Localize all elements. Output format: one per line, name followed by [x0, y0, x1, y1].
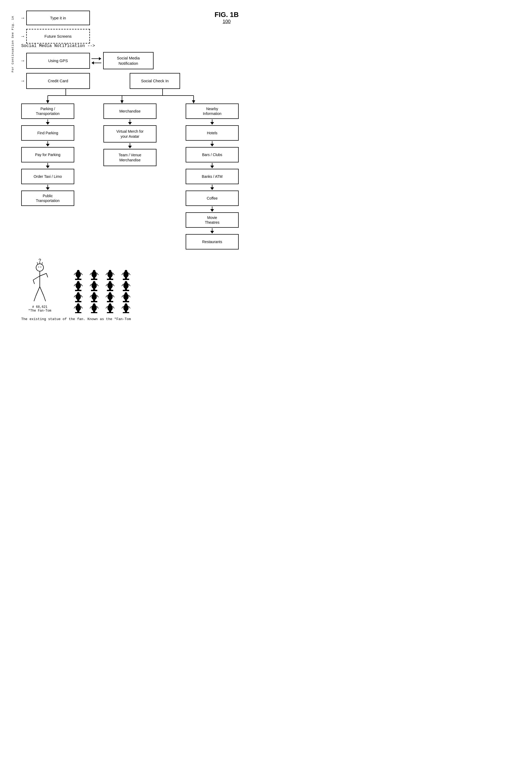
- svg-line-23: [40, 286, 44, 296]
- hotels-box: Hotels: [186, 125, 239, 141]
- arrow-1: →: [21, 15, 24, 21]
- type-it-in-row: → Type it in: [21, 11, 239, 25]
- arrow-2: →: [21, 34, 24, 39]
- type-it-in-box: Type it in: [26, 11, 90, 25]
- arrow-banks-coffee: [210, 185, 214, 190]
- social-check-in-box: Social Check In: [130, 73, 180, 89]
- svg-line-20: [46, 273, 48, 277]
- branch-connector-svg: [21, 89, 236, 103]
- arrow-3: →: [21, 58, 24, 63]
- using-gps-box: Using GPS: [26, 53, 90, 69]
- svg-line-24: [44, 296, 45, 301]
- svg-point-27: [69, 261, 72, 268]
- arrow-find-pay: [46, 141, 49, 147]
- fan-number-label: # 68,621: [32, 305, 47, 309]
- arrow-coffee-movie: [210, 206, 214, 212]
- find-parking-box: Find Parking: [21, 125, 74, 141]
- arrow-virtual-team: [128, 143, 132, 148]
- svg-rect-26: [69, 267, 70, 269]
- merchandise-box: Merchandise: [103, 103, 156, 119]
- svg-point-28: [69, 260, 70, 263]
- svg-rect-25: [69, 269, 72, 270]
- parking-column: Parking / Transportation Find Parking Pa…: [21, 103, 74, 206]
- arrow-nearby-hotels: [210, 119, 214, 125]
- parking-transportation-box: Parking / Transportation: [21, 103, 74, 119]
- svg-marker-4: [46, 100, 49, 103]
- svg-line-21: [36, 286, 40, 296]
- team-venue-box: Team / Venue Merchandise: [103, 149, 156, 166]
- arrow-parking-find: [46, 119, 49, 125]
- three-columns: Parking / Transportation Find Parking Pa…: [21, 103, 239, 250]
- svg-line-30: [72, 263, 73, 265]
- arrow-merch-virtual: [128, 119, 132, 125]
- bars-clubs-box: Bars / Clubs: [186, 147, 239, 163]
- arrow-bars-banks: [210, 163, 214, 168]
- virtual-merch-box: Virtual Merch for your Avatar: [103, 125, 156, 143]
- svg-marker-8: [192, 100, 195, 103]
- nearby-column: Nearby Information Hotels Bars / Clubs B…: [186, 103, 239, 250]
- arrow-taxi-public: [46, 185, 49, 190]
- award-figures-svg: [69, 260, 138, 313]
- pay-parking-box: Pay for Parking: [21, 147, 74, 163]
- svg-point-15: [41, 267, 42, 268]
- svg-line-11: [37, 262, 38, 264]
- future-screens-row: → Future Screens: [21, 29, 239, 44]
- credit-card-box: Credit Card: [26, 73, 90, 89]
- restaurants-box: Restaurants: [186, 234, 239, 250]
- credit-card-row: → Credit Card Social Check In: [21, 73, 239, 89]
- banks-atm-box: Banks / ATM: [186, 169, 239, 184]
- arrow-movie-restaurants: [210, 228, 214, 234]
- movie-theatres-box: Movie Theatres: [186, 212, 239, 228]
- bottom-illustrations: ?: [21, 258, 239, 313]
- arrow-hotels-bars: [210, 141, 214, 147]
- social-media-box: Social Media Notification: [103, 52, 153, 69]
- side-label: For Continuation See Fig. 1A: [11, 16, 14, 72]
- arrow-pay-taxi: [46, 163, 49, 168]
- order-taxi-box: Order Taxi / Limo: [21, 169, 74, 184]
- gps-row: → Using GPS Social Media Notification: [21, 52, 239, 69]
- future-screens-box: Future Screens: [26, 29, 90, 44]
- svg-line-19: [40, 273, 46, 276]
- svg-line-13: [42, 262, 43, 264]
- svg-line-17: [33, 276, 40, 280]
- svg-point-10: [36, 264, 44, 271]
- nearby-info-box: Nearby Information: [186, 103, 239, 119]
- figure-caption: The existing statue of the fan. Known as…: [21, 317, 239, 321]
- stick-figure-svg: ?: [24, 258, 56, 305]
- merchandise-column: Merchandise Virtual Merch for your Avata…: [103, 103, 156, 166]
- svg-marker-6: [121, 100, 124, 103]
- svg-point-14: [39, 267, 39, 268]
- coffee-box: Coffee: [186, 190, 239, 206]
- svg-line-22: [34, 296, 36, 301]
- svg-line-18: [33, 280, 35, 284]
- public-transport-box: Public Transportation: [21, 190, 74, 206]
- gps-arrows: [90, 57, 103, 64]
- fan-tom-label: "The Fan-Tom: [28, 309, 51, 313]
- arrow-4: →: [21, 78, 24, 84]
- award-figures-section: [69, 260, 138, 313]
- stick-figure-section: ?: [21, 258, 58, 313]
